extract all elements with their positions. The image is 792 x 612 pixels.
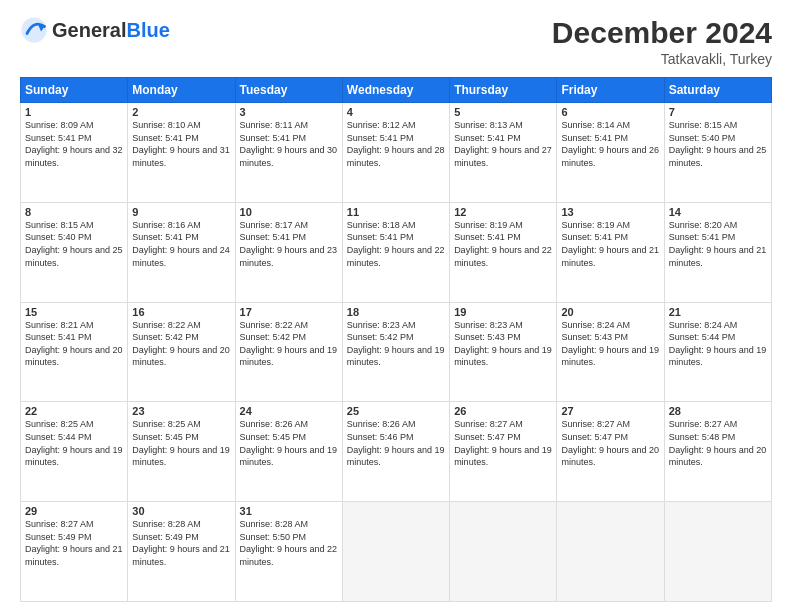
- day-info: Sunrise: 8:27 AMSunset: 5:47 PMDaylight:…: [561, 418, 659, 468]
- header-tuesday: Tuesday: [235, 78, 342, 103]
- table-row: 25Sunrise: 8:26 AMSunset: 5:46 PMDayligh…: [342, 402, 449, 502]
- table-row: 2Sunrise: 8:10 AMSunset: 5:41 PMDaylight…: [128, 103, 235, 203]
- table-row: 9Sunrise: 8:16 AMSunset: 5:41 PMDaylight…: [128, 202, 235, 302]
- day-info: Sunrise: 8:09 AMSunset: 5:41 PMDaylight:…: [25, 119, 123, 169]
- table-row: [664, 502, 771, 602]
- table-row: 3Sunrise: 8:11 AMSunset: 5:41 PMDaylight…: [235, 103, 342, 203]
- day-info: Sunrise: 8:13 AMSunset: 5:41 PMDaylight:…: [454, 119, 552, 169]
- day-number: 13: [561, 206, 659, 218]
- day-info: Sunrise: 8:22 AMSunset: 5:42 PMDaylight:…: [240, 319, 338, 369]
- day-info: Sunrise: 8:14 AMSunset: 5:41 PMDaylight:…: [561, 119, 659, 169]
- day-number: 28: [669, 405, 767, 417]
- day-number: 22: [25, 405, 123, 417]
- table-row: 12Sunrise: 8:19 AMSunset: 5:41 PMDayligh…: [450, 202, 557, 302]
- day-info: Sunrise: 8:15 AMSunset: 5:40 PMDaylight:…: [669, 119, 767, 169]
- header: GeneralBlue December 2024 Tatkavakli, Tu…: [20, 16, 772, 67]
- table-row: 24Sunrise: 8:26 AMSunset: 5:45 PMDayligh…: [235, 402, 342, 502]
- table-row: 7Sunrise: 8:15 AMSunset: 5:40 PMDaylight…: [664, 103, 771, 203]
- day-number: 12: [454, 206, 552, 218]
- calendar-table: Sunday Monday Tuesday Wednesday Thursday…: [20, 77, 772, 602]
- calendar-week-5: 29Sunrise: 8:27 AMSunset: 5:49 PMDayligh…: [21, 502, 772, 602]
- day-number: 11: [347, 206, 445, 218]
- day-number: 26: [454, 405, 552, 417]
- day-number: 1: [25, 106, 123, 118]
- header-saturday: Saturday: [664, 78, 771, 103]
- day-number: 20: [561, 306, 659, 318]
- day-info: Sunrise: 8:19 AMSunset: 5:41 PMDaylight:…: [561, 219, 659, 269]
- day-info: Sunrise: 8:20 AMSunset: 5:41 PMDaylight:…: [669, 219, 767, 269]
- day-number: 31: [240, 505, 338, 517]
- header-thursday: Thursday: [450, 78, 557, 103]
- day-info: Sunrise: 8:19 AMSunset: 5:41 PMDaylight:…: [454, 219, 552, 269]
- table-row: [342, 502, 449, 602]
- table-row: 5Sunrise: 8:13 AMSunset: 5:41 PMDaylight…: [450, 103, 557, 203]
- table-row: 10Sunrise: 8:17 AMSunset: 5:41 PMDayligh…: [235, 202, 342, 302]
- day-number: 4: [347, 106, 445, 118]
- day-number: 25: [347, 405, 445, 417]
- day-info: Sunrise: 8:16 AMSunset: 5:41 PMDaylight:…: [132, 219, 230, 269]
- day-info: Sunrise: 8:23 AMSunset: 5:42 PMDaylight:…: [347, 319, 445, 369]
- day-info: Sunrise: 8:22 AMSunset: 5:42 PMDaylight:…: [132, 319, 230, 369]
- subtitle: Tatkavakli, Turkey: [552, 51, 772, 67]
- day-number: 24: [240, 405, 338, 417]
- table-row: 21Sunrise: 8:24 AMSunset: 5:44 PMDayligh…: [664, 302, 771, 402]
- day-info: Sunrise: 8:28 AMSunset: 5:49 PMDaylight:…: [132, 518, 230, 568]
- day-info: Sunrise: 8:25 AMSunset: 5:44 PMDaylight:…: [25, 418, 123, 468]
- table-row: 30Sunrise: 8:28 AMSunset: 5:49 PMDayligh…: [128, 502, 235, 602]
- day-number: 27: [561, 405, 659, 417]
- day-number: 18: [347, 306, 445, 318]
- day-info: Sunrise: 8:26 AMSunset: 5:46 PMDaylight:…: [347, 418, 445, 468]
- title-block: December 2024 Tatkavakli, Turkey: [552, 16, 772, 67]
- table-row: 19Sunrise: 8:23 AMSunset: 5:43 PMDayligh…: [450, 302, 557, 402]
- table-row: 22Sunrise: 8:25 AMSunset: 5:44 PMDayligh…: [21, 402, 128, 502]
- page: GeneralBlue December 2024 Tatkavakli, Tu…: [0, 0, 792, 612]
- table-row: 11Sunrise: 8:18 AMSunset: 5:41 PMDayligh…: [342, 202, 449, 302]
- table-row: 8Sunrise: 8:15 AMSunset: 5:40 PMDaylight…: [21, 202, 128, 302]
- table-row: 6Sunrise: 8:14 AMSunset: 5:41 PMDaylight…: [557, 103, 664, 203]
- logo: GeneralBlue: [20, 16, 170, 44]
- table-row: 23Sunrise: 8:25 AMSunset: 5:45 PMDayligh…: [128, 402, 235, 502]
- table-row: 15Sunrise: 8:21 AMSunset: 5:41 PMDayligh…: [21, 302, 128, 402]
- table-row: 18Sunrise: 8:23 AMSunset: 5:42 PMDayligh…: [342, 302, 449, 402]
- day-info: Sunrise: 8:12 AMSunset: 5:41 PMDaylight:…: [347, 119, 445, 169]
- calendar-header-row: Sunday Monday Tuesday Wednesday Thursday…: [21, 78, 772, 103]
- day-info: Sunrise: 8:26 AMSunset: 5:45 PMDaylight:…: [240, 418, 338, 468]
- day-number: 2: [132, 106, 230, 118]
- day-info: Sunrise: 8:11 AMSunset: 5:41 PMDaylight:…: [240, 119, 338, 169]
- day-number: 29: [25, 505, 123, 517]
- header-sunday: Sunday: [21, 78, 128, 103]
- day-number: 5: [454, 106, 552, 118]
- day-number: 15: [25, 306, 123, 318]
- table-row: 1Sunrise: 8:09 AMSunset: 5:41 PMDaylight…: [21, 103, 128, 203]
- header-monday: Monday: [128, 78, 235, 103]
- logo-icon: [20, 16, 48, 44]
- table-row: 20Sunrise: 8:24 AMSunset: 5:43 PMDayligh…: [557, 302, 664, 402]
- day-info: Sunrise: 8:27 AMSunset: 5:48 PMDaylight:…: [669, 418, 767, 468]
- calendar-week-4: 22Sunrise: 8:25 AMSunset: 5:44 PMDayligh…: [21, 402, 772, 502]
- day-number: 6: [561, 106, 659, 118]
- table-row: 31Sunrise: 8:28 AMSunset: 5:50 PMDayligh…: [235, 502, 342, 602]
- table-row: 14Sunrise: 8:20 AMSunset: 5:41 PMDayligh…: [664, 202, 771, 302]
- table-row: 29Sunrise: 8:27 AMSunset: 5:49 PMDayligh…: [21, 502, 128, 602]
- day-info: Sunrise: 8:25 AMSunset: 5:45 PMDaylight:…: [132, 418, 230, 468]
- table-row: 16Sunrise: 8:22 AMSunset: 5:42 PMDayligh…: [128, 302, 235, 402]
- day-number: 9: [132, 206, 230, 218]
- day-info: Sunrise: 8:27 AMSunset: 5:49 PMDaylight:…: [25, 518, 123, 568]
- table-row: 17Sunrise: 8:22 AMSunset: 5:42 PMDayligh…: [235, 302, 342, 402]
- table-row: 27Sunrise: 8:27 AMSunset: 5:47 PMDayligh…: [557, 402, 664, 502]
- header-wednesday: Wednesday: [342, 78, 449, 103]
- day-number: 8: [25, 206, 123, 218]
- day-info: Sunrise: 8:28 AMSunset: 5:50 PMDaylight:…: [240, 518, 338, 568]
- day-number: 30: [132, 505, 230, 517]
- day-info: Sunrise: 8:18 AMSunset: 5:41 PMDaylight:…: [347, 219, 445, 269]
- day-number: 3: [240, 106, 338, 118]
- table-row: 28Sunrise: 8:27 AMSunset: 5:48 PMDayligh…: [664, 402, 771, 502]
- day-number: 16: [132, 306, 230, 318]
- day-number: 21: [669, 306, 767, 318]
- calendar-week-2: 8Sunrise: 8:15 AMSunset: 5:40 PMDaylight…: [21, 202, 772, 302]
- svg-point-0: [21, 17, 46, 42]
- day-info: Sunrise: 8:24 AMSunset: 5:44 PMDaylight:…: [669, 319, 767, 369]
- day-info: Sunrise: 8:24 AMSunset: 5:43 PMDaylight:…: [561, 319, 659, 369]
- table-row: 4Sunrise: 8:12 AMSunset: 5:41 PMDaylight…: [342, 103, 449, 203]
- header-friday: Friday: [557, 78, 664, 103]
